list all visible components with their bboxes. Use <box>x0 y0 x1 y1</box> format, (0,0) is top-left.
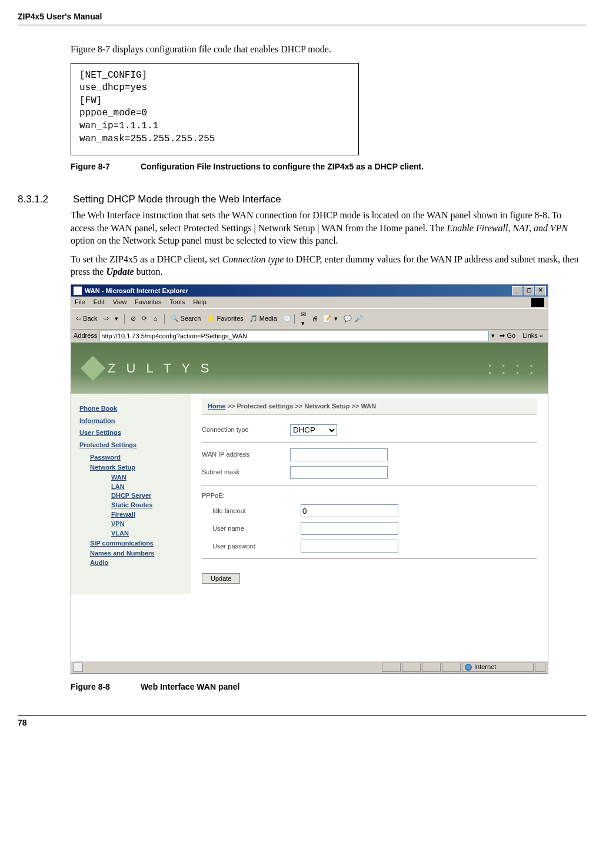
window-titlebar: WAN - Microsoft Internet Explorer _ ▢ ✕ <box>71 285 548 297</box>
mail-button[interactable]: ✉▾ <box>299 310 307 328</box>
nav-vlan[interactable]: VLAN <box>111 529 185 538</box>
go-button[interactable]: ➡ Go <box>497 331 518 340</box>
nav-lan[interactable]: LAN <box>111 483 185 491</box>
figure-8-8-text: Web Interface WAN panel <box>141 682 240 691</box>
ie-window: WAN - Microsoft Internet Explorer _ ▢ ✕ … <box>71 284 548 674</box>
stop-button[interactable]: ⊘ <box>129 314 137 323</box>
minimize-button[interactable]: _ <box>512 286 522 295</box>
breadcrumb: Home >> Protected settings >> Network Se… <box>202 398 537 415</box>
figure-8-8-num: Figure 8-8 <box>71 682 138 691</box>
nav-sip[interactable]: SIP communications <box>90 539 185 548</box>
home-button[interactable]: ⌂ <box>152 314 159 323</box>
edit-button[interactable]: 📝 <box>322 314 329 323</box>
input-user-name[interactable] <box>301 522 398 535</box>
status-bar: Internet <box>71 661 548 673</box>
section-number: 8.3.1.2 <box>18 194 71 205</box>
nav-phone-book[interactable]: Phone Book <box>79 404 185 413</box>
discuss-button[interactable]: 💬 <box>342 314 350 323</box>
ie-icon <box>73 286 82 295</box>
banner-dots-icon: : : : : <box>488 357 536 380</box>
bc-home[interactable]: Home <box>208 402 226 410</box>
section-title: Setting DHCP Mode through the Web Interf… <box>73 194 281 205</box>
nav-firewall[interactable]: Firewall <box>111 510 185 519</box>
print-button[interactable]: 🖨 <box>311 314 318 323</box>
figure-8-7-text: Configuration File Instructions to confi… <box>141 162 424 171</box>
label-subnet: Subnet mask <box>202 468 290 477</box>
back-button[interactable]: ⇦ Back <box>75 314 99 323</box>
menu-file[interactable]: File <box>75 298 85 307</box>
label-user-name: User name <box>212 524 301 533</box>
close-button[interactable]: ✕ <box>535 286 546 295</box>
update-button[interactable]: Update <box>202 573 240 584</box>
page-header: ZIP4x5 User's Manual <box>18 12 587 25</box>
forward-button[interactable]: ⇨ <box>102 314 110 323</box>
status-icon <box>74 663 83 672</box>
maximize-button[interactable]: ▢ <box>524 286 534 295</box>
zultys-brand: Z U L T Y S <box>108 360 213 377</box>
nav-protected-settings[interactable]: Protected Settings <box>79 441 185 450</box>
intro-text: Figure 8-7 displays configuration file c… <box>71 43 587 56</box>
figure-8-8-caption: Figure 8-8 Web Interface WAN panel <box>71 682 587 691</box>
sidebar-nav: Phone Book Information User Settings Pro… <box>71 394 191 595</box>
ie-flag-icon <box>531 298 544 307</box>
research-button[interactable]: 🔎 <box>354 314 361 323</box>
nav-audio[interactable]: Audio <box>90 558 185 567</box>
nav-names[interactable]: Names and Numbers <box>90 549 185 558</box>
address-bar: Address ▾ ➡ Go Links » <box>71 330 548 343</box>
window-title: WAN - Microsoft Internet Explorer <box>85 287 188 295</box>
page-number: 78 <box>18 715 587 727</box>
input-idle-timeout[interactable] <box>301 504 398 517</box>
search-button[interactable]: 🔍 Search <box>169 314 202 323</box>
refresh-button[interactable]: ⟳ <box>141 314 148 323</box>
bc-wan: WAN <box>361 402 376 410</box>
nav-static-routes[interactable]: Static Routes <box>111 501 185 510</box>
menu-view[interactable]: View <box>113 298 127 307</box>
links-button[interactable]: Links » <box>520 331 545 340</box>
menu-tools[interactable]: Tools <box>170 298 185 307</box>
nav-user-settings[interactable]: User Settings <box>79 428 185 437</box>
toolbar: ⇦ Back ⇨ ▾ ⊘ ⟳ ⌂ 🔍 Search ⭐ Favorites 🎵 … <box>71 308 548 330</box>
nav-dhcp-server[interactable]: DHCP Server <box>111 491 185 500</box>
address-input[interactable] <box>99 331 489 341</box>
favorites-button[interactable]: ⭐ Favorites <box>205 314 244 323</box>
zultys-logo-icon <box>81 355 105 380</box>
status-zone: Internet <box>474 663 496 671</box>
nav-password[interactable]: Password <box>90 453 185 462</box>
main-panel: Home >> Protected settings >> Network Se… <box>191 394 548 595</box>
globe-icon <box>465 664 472 671</box>
label-pppoe: PPPoE: <box>202 491 537 500</box>
menu-favorites[interactable]: Favorites <box>135 298 161 307</box>
figure-8-7-caption: Figure 8-7 Configuration File Instructio… <box>71 161 587 172</box>
label-idle-timeout: Idle timeout <box>212 507 301 515</box>
zultys-banner: Z U L T Y S : : : : <box>71 343 548 394</box>
label-wan-ip: WAN IP address <box>202 450 290 459</box>
label-user-password: User password <box>212 542 301 551</box>
bc-protected: Protected settings <box>237 402 294 410</box>
nav-vpn[interactable]: VPN <box>111 520 185 528</box>
menu-bar: File Edit View Favorites Tools Help <box>71 297 548 308</box>
config-code-box: [NET_CONFIG] use_dhcp=yes [FW] pppoe_mod… <box>71 63 359 156</box>
input-user-password[interactable] <box>301 540 398 553</box>
nav-network-setup[interactable]: Network Setup <box>90 463 185 472</box>
select-connection-type[interactable]: DHCP <box>290 424 337 436</box>
nav-information[interactable]: Information <box>79 417 185 425</box>
menu-edit[interactable]: Edit <box>94 298 105 307</box>
section-paragraph-1: The Web Interface instruction that sets … <box>71 209 587 247</box>
history-button[interactable]: 🕘 <box>282 314 289 323</box>
address-label: Address <box>74 331 97 340</box>
media-button[interactable]: 🎵 Media <box>248 314 278 323</box>
figure-8-7-num: Figure 8-7 <box>71 161 138 172</box>
label-connection-type: Connection type <box>202 425 290 434</box>
input-wan-ip[interactable] <box>290 448 388 461</box>
input-subnet[interactable] <box>290 466 388 479</box>
section-paragraph-2: To set the ZIP4x5 as a DHCP client, set … <box>71 253 587 278</box>
menu-help[interactable]: Help <box>193 298 207 307</box>
nav-wan[interactable]: WAN <box>111 473 185 482</box>
bc-network: Network Setup <box>304 402 349 410</box>
